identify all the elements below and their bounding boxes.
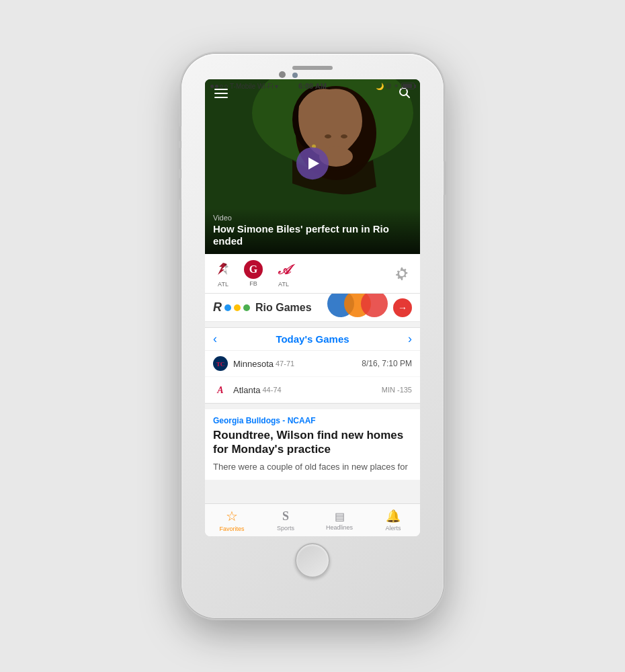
games-prev-button[interactable]: ‹ (213, 332, 217, 346)
rio-dot-green (243, 304, 250, 311)
svg-text:A: A (216, 385, 223, 395)
rio-arrow-button[interactable]: → (393, 298, 412, 317)
twins-logo-svg: TC (213, 356, 228, 371)
settings-gear-button[interactable] (392, 263, 412, 284)
article-excerpt: There were a couple of old faces in new … (213, 461, 412, 473)
carrier-label: T-Mobile Wi-Fi (230, 83, 273, 90)
power-button[interactable] (444, 161, 446, 195)
svg-rect-10 (214, 97, 228, 98)
favorite-teams-list: ATL G FB 𝒜 ATL (213, 259, 294, 288)
game-odds-text: MIN -135 (382, 386, 412, 394)
volume-up-button[interactable] (179, 148, 181, 169)
proximity-sensor (292, 73, 298, 78)
alerts-icon: 🔔 (386, 509, 401, 523)
status-right: 🌙 @ ✴ (376, 83, 415, 90)
braves-small-logo-svg: A (213, 382, 228, 397)
tab-bar: ☆ Favorites S Sports ▤ Headlines 🔔 Alert… (205, 503, 420, 536)
phone-frame: T-Mobile Wi-Fi ▾ 6:08 AM 🌙 @ ✴ (181, 54, 444, 618)
battery-fill (403, 84, 412, 88)
games-section: ‹ Today's Games › TC Minnesot (205, 327, 420, 404)
hero-caption: Video How Simone Biles' perfect run in R… (205, 208, 420, 254)
rio-dot-blue (224, 304, 231, 311)
content-area: ATL G FB 𝒜 ATL (205, 254, 420, 503)
braves-small-logo: A (213, 382, 228, 397)
game-row-team2: A Atlanta 44-74 MIN -135 (205, 377, 420, 403)
rio-dot-yellow (234, 304, 241, 311)
rio-games-label: Rio Games (255, 302, 312, 314)
tab-sports[interactable]: S Sports (259, 504, 312, 536)
game-row-team1: TC Minnesota 47-71 8/16, 7:10 PM (205, 351, 420, 377)
team2-name: Atlanta (233, 385, 260, 395)
game-matchup[interactable]: TC Minnesota 47-71 8/16, 7:10 PM (205, 351, 420, 403)
signal-icon (210, 85, 228, 88)
svg-text:TC: TC (216, 361, 225, 368)
battery-tip (415, 85, 416, 88)
svg-point-5 (325, 134, 331, 138)
article-title: Roundtree, Wilson find new homes for Mon… (213, 428, 412, 457)
rio-decorative-circles (307, 294, 388, 317)
earpiece-speaker (292, 66, 333, 70)
sports-icon: S (282, 509, 289, 523)
sports-tab-label: Sports (277, 525, 294, 532)
moon-icon: 🌙 (376, 83, 384, 90)
favorites-tab-label: Favorites (219, 526, 244, 532)
hero-video-section[interactable]: Video How Simone Biles' perfect run in R… (205, 79, 420, 254)
braves-label: ATL (278, 281, 289, 288)
falcons-label: ATL (218, 281, 228, 288)
alerts-tab-label: Alerts (385, 525, 401, 532)
game-datetime: 8/16, 7:10 PM (362, 359, 412, 368)
tab-alerts[interactable]: 🔔 Alerts (366, 504, 420, 536)
falcons-logo (213, 259, 233, 280)
svg-point-6 (341, 134, 347, 138)
status-time: 6:08 AM (298, 82, 327, 90)
rio-r-letter: R (213, 300, 222, 314)
home-button[interactable] (295, 543, 330, 578)
wifi-icon: ▾ (275, 83, 278, 90)
bluetooth-icon: ✴ (394, 83, 399, 89)
games-title: Today's Games (276, 333, 349, 345)
tab-headlines[interactable]: ▤ Headlines (312, 504, 366, 536)
fav-team-falcons[interactable]: ATL (213, 259, 233, 288)
braves-logo: 𝒜 (274, 259, 294, 280)
games-next-button[interactable]: › (408, 332, 412, 346)
favorites-bar: ATL G FB 𝒜 ATL (205, 254, 420, 294)
fav-team-bulldogs[interactable]: G FB (244, 260, 263, 287)
svg-line-12 (407, 94, 410, 97)
headlines-tab-label: Headlines (326, 524, 353, 531)
battery-icon (401, 83, 415, 89)
status-bar: T-Mobile Wi-Fi ▾ 6:08 AM 🌙 @ ✴ (205, 79, 420, 93)
twins-logo: TC (213, 356, 228, 371)
play-icon (308, 157, 319, 169)
game-odds: MIN -135 (382, 386, 412, 394)
front-camera (279, 71, 286, 78)
headlines-icon: ▤ (335, 510, 345, 523)
team2-record: 44-74 (262, 386, 281, 394)
tab-favorites[interactable]: ☆ Favorites (205, 504, 259, 536)
location-icon: @ (386, 83, 392, 89)
team1-name: Minnesota (233, 359, 274, 369)
bulldogs-label: FB (249, 280, 257, 287)
article-section[interactable]: Georgia Bulldogs - NCAAF Roundtree, Wils… (205, 409, 420, 480)
games-header: ‹ Today's Games › (205, 328, 420, 351)
phone-screen: T-Mobile Wi-Fi ▾ 6:08 AM 🌙 @ ✴ (205, 79, 420, 536)
hero-tag: Video (213, 214, 412, 222)
favorites-icon: ☆ (226, 508, 238, 524)
bulldogs-logo: G (244, 260, 263, 279)
hero-title: How Simone Biles' perfect run in Rio end… (213, 223, 412, 247)
play-button[interactable] (296, 147, 329, 179)
volume-down-button[interactable] (179, 178, 181, 200)
rio-games-banner[interactable]: R Rio Games → (205, 294, 420, 322)
fav-team-braves[interactable]: 𝒜 ATL (274, 259, 294, 288)
status-left: T-Mobile Wi-Fi ▾ (210, 83, 278, 90)
mute-button[interactable] (179, 126, 181, 141)
article-category: Georgia Bulldogs - NCAAF (213, 416, 412, 425)
game-time: 8/16, 7:10 PM (362, 359, 412, 368)
falcons-logo-svg (214, 260, 233, 279)
team1-record: 47-71 (276, 360, 294, 368)
rio-logo: R (213, 300, 250, 314)
